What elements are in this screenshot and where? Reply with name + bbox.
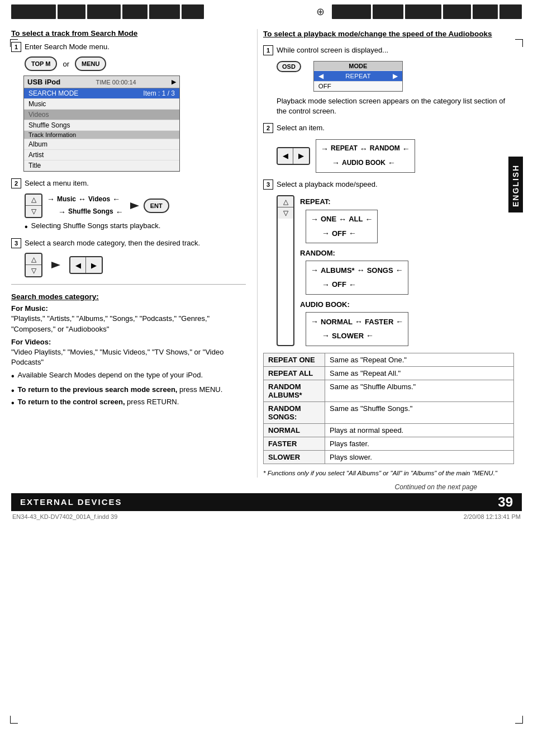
albums-label: ALBUMS* [321, 264, 355, 277]
top-bar-left [11, 4, 309, 19]
arrow-right-icon [128, 199, 141, 212]
normal-label: NORMAL [321, 315, 353, 328]
menu-button[interactable]: MENU [75, 56, 106, 71]
ipod-row-artist: Artist [24, 150, 179, 160]
continued-text: Continued on the next page [0, 483, 477, 491]
return-control-bold: To return to the control screen, [18, 398, 125, 406]
slower-row: → SLOWER ← [322, 329, 403, 343]
table-row: REPEAT ALLSame as "Repeat All." [264, 366, 514, 380]
bullet-return-menu: • To return to the previous search mode … [11, 385, 246, 395]
table-key: RANDOM SONGS: [264, 401, 325, 423]
nav-updown-step2[interactable]: △ ▽ [25, 193, 42, 218]
r-prev-next[interactable]: ◀ ▶ [277, 147, 310, 165]
mode-repeat-text: REPEAT [345, 73, 370, 79]
r-step3-block: 3 Select a playback mode/speed. △ ▽ REPE… [263, 179, 514, 346]
step1-row: 1 Enter Search Mode menu. [11, 42, 246, 52]
table-value: Plays faster. [325, 437, 514, 450]
bullet-return-control-text: To return to the control screen, press R… [18, 398, 179, 406]
random-off-row: → OFF ← [322, 278, 403, 292]
nav-up-r3[interactable]: △ [278, 196, 293, 207]
shuffle-bullet-text: Selecting Shuffle Songs starts playback. [31, 221, 161, 230]
repeat-diag-label: REPEAT [331, 143, 358, 155]
return-menu-normal: press MENU. [177, 385, 222, 394]
ent-area: ENT [128, 199, 169, 213]
table-key: SLOWER [264, 450, 325, 464]
step1-block: 1 Enter Search Mode menu. TOP M or MENU … [11, 42, 246, 172]
nav-updown-r3[interactable]: △ ▽ [277, 195, 294, 346]
return-menu-bold: To return to the previous search mode sc… [18, 385, 178, 394]
osd-mode-area: OSD MODE ◀ REPEAT ▶ OFF [277, 61, 514, 92]
repeat-box: → ONE ↔ ALL ← → OFF ← [306, 210, 378, 243]
step2-number: 2 [11, 178, 21, 188]
table-value: Plays at normal speed. [325, 423, 514, 437]
r-step1-block: 1 While control screen is displayed... O… [263, 45, 514, 117]
nav-down-r3[interactable]: ▽ [278, 207, 293, 219]
step2-text: Select a menu item. [25, 178, 89, 188]
songs-label: SONGS [367, 264, 393, 277]
r-step3-row: 3 Select a playback mode/speed. [263, 179, 514, 190]
footer-file: EN34-43_KD-DV7402_001A_f.indd 39 [12, 513, 117, 520]
osd-button[interactable]: OSD [277, 61, 301, 72]
mode-screen-off: OFF [314, 82, 402, 91]
bullet-dot-rc: • [11, 399, 15, 408]
bullet-dot-rm: • [11, 386, 15, 395]
nav-up-btn[interactable]: △ [26, 195, 41, 206]
table-value: Plays slower. [325, 450, 514, 464]
top-block-2 [58, 4, 85, 19]
table-row: SLOWERPlays slower. [264, 450, 514, 464]
random-box: → ALBUMS* ↔ SONGS ← → OFF ← [306, 261, 408, 294]
repeat-off-row: → OFF ← [322, 226, 373, 240]
top-block-r3 [405, 4, 441, 19]
step2-arrow-diagram: → Music ↔ Videos ← → Shuffle Songs ← [47, 193, 123, 218]
r-step2-number: 2 [263, 123, 273, 133]
for-videos-text: "Video Playlists," "Movies," "Music Vide… [11, 347, 246, 367]
r-next-btn[interactable]: ▶ [293, 148, 309, 164]
prev-next-buttons[interactable]: ◀ ▶ [69, 256, 103, 274]
bottom-bar: EXTERNAL DEVICES 39 [11, 493, 522, 511]
bullet-search-text: Available Search Modes depend on the typ… [18, 371, 203, 379]
r-step3-text: Select a playback mode/speed. [277, 179, 378, 190]
next-button[interactable]: ▶ [86, 257, 102, 273]
external-devices-label: EXTERNAL DEVICES [11, 497, 489, 507]
random-diag-label: RANDOM [370, 143, 400, 155]
language-label: ENGLISH [508, 157, 523, 212]
table-value: Same as "Repeat All." [325, 366, 514, 380]
faster-label: FASTER [365, 315, 393, 328]
search-modes-section: Search modes category: For Music: "Playl… [11, 292, 246, 408]
nav-updown-step3[interactable]: △ ▽ [25, 253, 42, 277]
random-section-label: RANDOM: [300, 247, 408, 259]
ipod-arrow: ▶ [172, 78, 176, 86]
ipod-time: TIME 00:00:14 [96, 79, 136, 86]
mode-screen-header: MODE [314, 62, 402, 71]
shuffle-label: Shuffle Songs [68, 206, 113, 217]
footer-date: 2/20/08 12:13:41 PM [464, 513, 521, 520]
ent-button[interactable]: ENT [144, 199, 169, 213]
svg-marker-1 [51, 262, 60, 268]
right-section-heading: To select a playback mode/change the spe… [263, 29, 514, 40]
r-prev-btn[interactable]: ◀ [278, 148, 293, 164]
step2-block: 2 Select a menu item. △ ▽ → Music ↔ Vide… [11, 178, 246, 231]
ipod-row-search: SEARCH MODE Item : 1 / 3 [24, 88, 179, 99]
arr-r2: ↔ [360, 142, 368, 156]
step3-number: 3 [11, 238, 21, 248]
nav-up-btn-3[interactable]: △ [26, 254, 41, 265]
r-step3-number: 3 [263, 179, 273, 190]
rand-off-label: OFF [332, 278, 346, 291]
r-step2-block: 2 Select an item. ◀ ▶ → REPEAT ↔ RANDOM … [263, 123, 514, 173]
ipod-title: USB iPod [27, 78, 60, 86]
top-block-1 [11, 4, 56, 19]
audiobook-section-label: AUDIO BOOK: [300, 298, 408, 311]
nav-down-btn[interactable]: ▽ [26, 206, 41, 217]
nav-down-btn-3[interactable]: ▽ [26, 265, 41, 276]
arr-right-music: → [47, 193, 55, 205]
corner-mark-bl [10, 716, 18, 724]
topm-button[interactable]: TOP M [25, 56, 57, 71]
prev-button[interactable]: ◀ [70, 257, 86, 273]
top-block-r5 [473, 4, 498, 19]
one-label: ONE [321, 212, 336, 225]
repeat-section-label: REPEAT: [300, 195, 408, 208]
top-block-6 [182, 4, 204, 19]
normal-faster-row: → NORMAL ↔ FASTER ← [311, 315, 403, 329]
r-step1-note: Playback mode selection screen appears o… [277, 96, 514, 116]
bullet-dot-sm: • [11, 372, 15, 381]
